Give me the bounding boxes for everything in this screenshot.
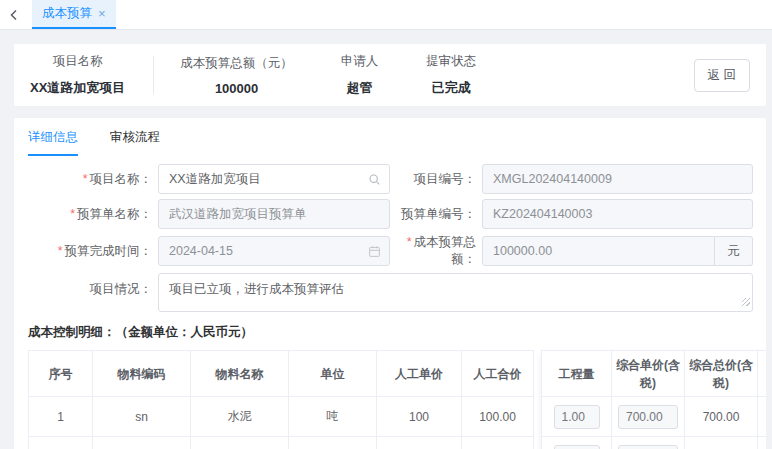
form-row-4: 项目情况： 项目已立项，进行成本预算评估: [28, 273, 766, 312]
top-tab-bar: 成本预算 ×: [0, 0, 772, 30]
detail-tabs: 详细信息 审核流程: [28, 118, 766, 156]
summary-total-budget: 成本预算总额（元） 100000: [180, 55, 293, 96]
tab-review-flow[interactable]: 审核流程: [110, 129, 160, 156]
summary-card: 项目名称 XX道路加宽项目 成本预算总额（元） 100000 申请人 超管 提审…: [14, 44, 766, 106]
table-row: 1 sn 水泥 吨 100 100.00: [29, 397, 534, 437]
cell-labor-price: 100: [377, 397, 462, 437]
page-tab-cost-budget[interactable]: 成本预算 ×: [32, 0, 116, 29]
finish-date-label: *预算完成时间：: [28, 243, 152, 260]
cost-table-right: 工程量 综合单价(含税) 综合总价(含税) 700.00: [541, 350, 766, 449]
total-amount-input: [482, 236, 715, 266]
back-chevron-icon[interactable]: [0, 0, 28, 29]
required-mark: *: [83, 172, 88, 186]
currency-unit-suffix: 元: [715, 236, 753, 266]
table-row: 2 gj 钢筋 吨 200 200.00: [29, 437, 534, 449]
cell-unit: 吨: [289, 397, 377, 437]
form-row-1: *项目名称： 项目编号：: [28, 164, 766, 194]
summary-value: 已完成: [426, 79, 476, 97]
summary-review-status: 提审状态 已完成: [426, 53, 476, 97]
table-header-row: 工程量 综合单价(含税) 综合总价(含税): [542, 351, 767, 397]
quantity-input: [554, 405, 600, 429]
col-material-code: 物料编码: [93, 351, 191, 397]
table-row: 300.00: [542, 437, 767, 449]
form-row-3: *预算完成时间： *成本预算总额： 元: [28, 234, 766, 268]
table-row: 700.00: [542, 397, 767, 437]
finish-date-input: [158, 236, 390, 266]
summary-value: 超管: [341, 79, 379, 97]
budget-code-label: 预算单编号：: [390, 206, 476, 223]
col-labor-price: 人工单价: [377, 351, 462, 397]
summary-value: 100000: [180, 81, 293, 96]
total-amount-label: *成本预算总额：: [390, 234, 476, 268]
budget-code-input: [482, 199, 753, 229]
cell-seq: 1: [29, 397, 93, 437]
page-tab-label: 成本预算: [42, 5, 92, 22]
col-clipped: [758, 351, 767, 397]
col-composite-total-price: 综合总价(含税): [685, 351, 758, 397]
cell-composite-total: 700.00: [685, 397, 758, 437]
cost-detail-section-title: 成本控制明细：（金额单位：人民币元）: [28, 324, 766, 341]
cell-labor-total: 100.00: [462, 397, 534, 437]
required-mark: *: [70, 207, 75, 221]
summary-label: 项目名称: [30, 53, 125, 70]
project-code-input: [482, 164, 753, 194]
cell-material-code: gj: [93, 437, 191, 449]
main-card: 详细信息 审核流程 *项目名称： 项目编号： *预算单名称： 预算单编号：: [14, 118, 766, 449]
cost-table-left: 序号 物料编码 物料名称 单位 人工单价 人工合价 1 sn 水泥 吨 100 …: [28, 350, 534, 449]
required-mark: *: [407, 235, 412, 249]
composite-unit-price-input: [618, 405, 678, 429]
project-desc-label: 项目情况：: [28, 281, 152, 298]
project-desc-textarea[interactable]: 项目已立项，进行成本预算评估: [158, 273, 753, 312]
budget-name-label: *预算单名称：: [28, 206, 152, 223]
cost-detail-table: 序号 物料编码 物料名称 单位 人工单价 人工合价 1 sn 水泥 吨 100 …: [28, 350, 766, 449]
required-mark: *: [58, 244, 63, 258]
cell-clipped: [758, 397, 767, 437]
budget-form: *项目名称： 项目编号： *预算单名称： 预算单编号：: [28, 164, 766, 312]
col-composite-unit-price: 综合单价(含税): [612, 351, 685, 397]
tab-detail-info[interactable]: 详细信息: [28, 129, 78, 156]
cell-material-name: 水泥: [191, 397, 289, 437]
col-quantity: 工程量: [542, 351, 612, 397]
col-labor-total: 人工合价: [462, 351, 534, 397]
summary-applicant: 申请人 超管: [341, 53, 379, 97]
cell-material-name: 钢筋: [191, 437, 289, 449]
cell-material-code: sn: [93, 397, 191, 437]
return-button[interactable]: 返 回: [694, 59, 750, 92]
tab-close-icon[interactable]: ×: [98, 7, 106, 20]
summary-value: XX道路加宽项目: [30, 79, 125, 97]
cell-labor-total: 200.00: [462, 437, 534, 449]
cell-labor-price: 200: [377, 437, 462, 449]
summary-divider: [153, 56, 154, 94]
cell-unit: 吨: [289, 437, 377, 449]
project-code-label: 项目编号：: [390, 171, 476, 188]
col-unit: 单位: [289, 351, 377, 397]
project-name-input[interactable]: [158, 164, 390, 194]
cell-composite-total: 300.00: [685, 437, 758, 449]
summary-label: 提审状态: [426, 53, 476, 70]
project-name-label: *项目名称：: [28, 171, 152, 188]
table-header-row: 序号 物料编码 物料名称 单位 人工单价 人工合价: [29, 351, 534, 397]
summary-project-name: 项目名称 XX道路加宽项目: [30, 53, 125, 97]
quantity-input: [554, 445, 600, 449]
cell-seq: 2: [29, 437, 93, 449]
budget-name-input: [158, 199, 390, 229]
cell-clipped: [758, 437, 767, 449]
form-row-2: *预算单名称： 预算单编号：: [28, 199, 766, 229]
col-seq: 序号: [29, 351, 93, 397]
cost-table-right-clip[interactable]: 工程量 综合单价(含税) 综合总价(含税) 700.00: [541, 350, 766, 449]
summary-label: 申请人: [341, 53, 379, 70]
col-material-name: 物料名称: [191, 351, 289, 397]
composite-unit-price-input: [618, 445, 678, 449]
summary-label: 成本预算总额（元）: [180, 55, 293, 72]
